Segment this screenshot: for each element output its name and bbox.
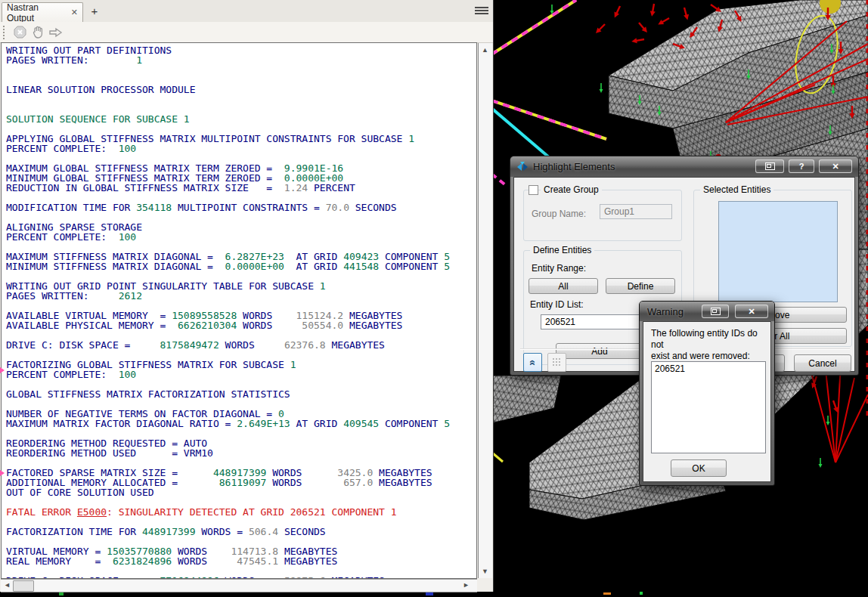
dock-window-icon: [711, 308, 721, 315]
output-text-area[interactable]: WRITING OUT PART DEFINITIONSPAGES WRITTE…: [1, 42, 477, 579]
warning-dialog-title: Warning: [647, 306, 684, 317]
collapse-dialog-button[interactable]: «: [523, 353, 542, 372]
create-group-groupbox: Create Group Group Name:: [523, 190, 682, 241]
horizontal-scrollbar[interactable]: ◄ ►: [1, 579, 477, 592]
close-button[interactable]: ✕: [819, 159, 852, 173]
new-tab-button[interactable]: +: [88, 5, 101, 17]
output-lines: WRITING OUT PART DEFINITIONSPAGES WRITTE…: [2, 43, 476, 579]
entity-id-list-label: Entity ID List:: [530, 299, 584, 310]
cancel-button[interactable]: Cancel: [794, 354, 851, 372]
viewport-mark-blue: [426, 592, 433, 595]
horizontal-scroll-thumb[interactable]: [13, 580, 34, 592]
continue-button[interactable]: [48, 24, 64, 41]
scroll-left-icon[interactable]: ◄: [4, 581, 11, 589]
warning-message: The following entity IDs do not exist an…: [651, 328, 770, 362]
scroll-up-icon[interactable]: ▲: [482, 46, 488, 54]
nastran-output-panel: Nastran Output ✕ + WRITING OUT PART DEFI…: [0, 0, 494, 592]
pan-hand-icon: [32, 26, 44, 39]
dock-window-icon: [765, 162, 775, 170]
entity-range-label: Entity Range:: [532, 263, 586, 274]
tab-bar: Nastran Output ✕ +: [0, 0, 493, 23]
create-group-label: Create Group: [541, 184, 602, 195]
warning-dialog: Warning ✕ The following entity IDs do no…: [639, 301, 775, 486]
all-button[interactable]: All: [529, 278, 598, 294]
selected-entities-list[interactable]: [718, 201, 838, 302]
tab-close-icon[interactable]: ✕: [71, 8, 78, 17]
warning-dialog-titlebar[interactable]: Warning ✕: [640, 302, 774, 321]
stop-button[interactable]: [11, 24, 28, 41]
entity-id-input[interactable]: [541, 314, 646, 329]
highlight-dialog-titlebar[interactable]: Highlight Elements ? ✕: [510, 156, 858, 177]
vertical-scrollbar[interactable]: ▲ ▼: [478, 43, 492, 578]
toolbar-grip[interactable]: [3, 26, 7, 39]
app-logo-icon: [516, 161, 529, 173]
define-button[interactable]: Define: [606, 278, 675, 294]
output-toolbar: [0, 22, 493, 43]
stop-icon: [14, 26, 26, 39]
tab-label: Nastran Output: [7, 2, 67, 23]
scroll-right-icon[interactable]: ►: [463, 581, 470, 589]
create-group-checkbox[interactable]: [529, 185, 538, 195]
sparkle-icon: [552, 357, 562, 367]
selected-entities-label: Selected Entities: [700, 184, 773, 195]
group-name-label: Group Name:: [532, 209, 586, 219]
close-button[interactable]: ✕: [735, 305, 768, 318]
define-entities-label: Define Entities: [530, 245, 594, 255]
warning-dialog-body: The following entity IDs do not exist an…: [643, 321, 771, 482]
removed-id-item[interactable]: 206521: [655, 363, 762, 374]
entity-marker-icon: [0, 470, 5, 476]
add-button[interactable]: Add: [556, 343, 643, 359]
highlight-toggle-button[interactable]: [547, 353, 566, 372]
chevron-up-icon: «: [526, 360, 538, 366]
group-name-input[interactable]: [600, 204, 672, 219]
pan-button[interactable]: [29, 24, 46, 41]
highlight-dialog-title: Highlight Elements: [533, 161, 615, 172]
application-window: Nastran Output ✕ + WRITING OUT PART DEFI…: [0, 0, 868, 597]
viewport-mark-green: [59, 592, 64, 595]
help-button[interactable]: ?: [789, 159, 814, 173]
warning-ok-button[interactable]: OK: [671, 459, 727, 477]
tab-nastran-output[interactable]: Nastran Output ✕: [2, 2, 83, 22]
panel-menu-icon[interactable]: [475, 5, 488, 17]
forward-arrow-icon: [48, 26, 64, 39]
removed-ids-list[interactable]: 206521: [651, 361, 766, 453]
dock-window-button[interactable]: [702, 305, 729, 318]
scroll-down-icon[interactable]: ▼: [482, 568, 488, 575]
dock-window-button[interactable]: [755, 159, 784, 173]
entity-marker-icon: [0, 367, 5, 373]
